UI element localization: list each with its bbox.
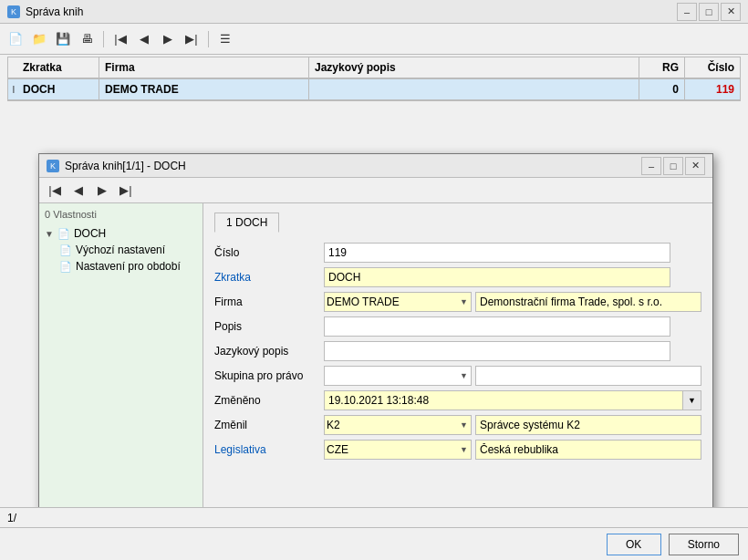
toolbar-prev[interactable]: ◀	[134, 29, 154, 49]
col-header-cislo: Číslo	[685, 57, 740, 78]
modal-toolbar: |◀ ◀ ▶ ▶|	[39, 178, 712, 203]
form-row-skupina: Skupina pro právo ▼	[214, 366, 701, 386]
skupina-extra-input[interactable]	[475, 366, 701, 386]
page-info: 1/	[7, 512, 16, 524]
bottom-bar: OK Storno	[0, 527, 748, 560]
modal-form-panel: 1 DOCH Číslo Zkratka Firma	[203, 203, 712, 507]
toolbar-sep2	[208, 31, 209, 47]
tree-root[interactable]: ▼ 📄 DOCH	[45, 225, 197, 242]
row-cislo: 119	[685, 79, 740, 99]
zmenil-select[interactable]: K2	[324, 415, 472, 435]
cislo-input[interactable]	[324, 243, 670, 263]
skupina-group: ▼	[324, 366, 701, 386]
popis-label: Popis	[214, 320, 324, 333]
modal-minimize[interactable]: –	[641, 157, 661, 175]
row-jazykovy	[309, 79, 639, 99]
modal-close[interactable]: ✕	[685, 157, 705, 175]
row-firma: DEMO TRADE	[99, 79, 309, 99]
tab-bar: 1 DOCH	[214, 213, 701, 232]
toolbar-print[interactable]: 🖶	[77, 29, 97, 49]
toolbar-extra[interactable]: ☰	[215, 29, 235, 49]
tree-doc-icon-2: 📄	[59, 261, 72, 273]
modal-next[interactable]: ▶	[92, 181, 112, 201]
row-zkratka: DOCH	[17, 79, 99, 99]
bottom-ok-button[interactable]: OK	[607, 534, 661, 555]
firma-label: Firma	[214, 296, 324, 308]
zmeneno-dropdown-btn[interactable]: ▼	[683, 390, 701, 410]
form-row-zmenil: Změnil K2 ▼	[214, 415, 701, 435]
modal-maximize[interactable]: □	[663, 157, 683, 175]
firma-select[interactable]: DEMO TRADE	[324, 292, 472, 312]
modal-title: Správa knih[1/1] - DOCH	[65, 160, 186, 172]
zmenil-desc-input[interactable]	[475, 415, 701, 435]
tree-doc-icon-1: 📄	[59, 244, 72, 256]
close-button[interactable]: ✕	[721, 3, 741, 21]
form-row-cislo: Číslo	[214, 243, 701, 263]
tree-folder-icon: 📄	[57, 228, 70, 240]
toolbar-open[interactable]: 📁	[29, 29, 49, 49]
modal-last[interactable]: ▶|	[116, 181, 136, 201]
form-row-legislativa: Legislativa CZE ▼	[214, 440, 701, 460]
toolbar-sep1	[103, 31, 104, 47]
outer-window-title: Správa knih	[26, 5, 83, 18]
toolbar-next[interactable]: ▶	[158, 29, 178, 49]
modal-icon: K	[47, 160, 59, 172]
zmeneno-input[interactable]	[324, 390, 683, 410]
row-rg: 0	[639, 79, 685, 99]
legislativa-group: CZE ▼	[324, 440, 701, 460]
popis-input[interactable]	[324, 316, 670, 337]
cislo-label: Číslo	[214, 246, 324, 259]
tree-child-2-label: Nastavení pro období	[76, 260, 181, 273]
col-header-rg: RG	[639, 57, 685, 78]
toolbar-save[interactable]: 💾	[53, 29, 73, 49]
outer-titlebar-left: K Správa knih	[7, 5, 83, 18]
zkratka-input[interactable]	[324, 267, 670, 287]
minimize-button[interactable]: –	[677, 3, 697, 21]
zmeneno-label: Změněno	[214, 394, 324, 407]
zmeneno-datetime: ▼	[324, 390, 701, 410]
tab-1doch[interactable]: 1 DOCH	[214, 213, 279, 233]
toolbar-new[interactable]: 📄	[5, 29, 26, 49]
modal-titlebar-controls: – □ ✕	[641, 157, 705, 175]
col-header-zkratka: Zkratka	[17, 57, 99, 78]
bottom-storno-button[interactable]: Storno	[669, 534, 739, 555]
jazykovy-label: Jazykový popis	[214, 345, 324, 358]
modal-titlebar-left: K Správa knih[1/1] - DOCH	[47, 160, 186, 172]
col-header-firma: Firma	[99, 57, 309, 78]
maximize-button[interactable]: □	[699, 3, 719, 21]
firma-group: DEMO TRADE ▼	[324, 292, 701, 312]
skupina-select-wrapper: ▼	[324, 366, 472, 386]
tree-child-1[interactable]: 📄 Výchozí nastavení	[45, 242, 197, 258]
modal-prev[interactable]: ◀	[68, 181, 88, 201]
main-table: Zkratka Firma Jazykový popis RG Číslo I …	[7, 57, 741, 101]
legislativa-label: Legislativa	[214, 443, 324, 456]
modal-first[interactable]: |◀	[45, 181, 65, 201]
table-row[interactable]: I DOCH DEMO TRADE 0 119	[8, 79, 740, 100]
firma-select-wrapper: DEMO TRADE ▼	[324, 292, 472, 312]
statusbar: 1/	[0, 507, 748, 527]
firma-desc-input[interactable]	[475, 292, 701, 312]
toolbar-last[interactable]: ▶|	[182, 29, 202, 49]
zmenil-label: Změnil	[214, 419, 324, 431]
skupina-label: Skupina pro právo	[214, 369, 324, 382]
modal-titlebar: K Správa knih[1/1] - DOCH – □ ✕	[39, 154, 712, 178]
app-icon: K	[7, 5, 20, 18]
legislativa-select[interactable]: CZE	[324, 440, 472, 460]
form-row-zkratka: Zkratka	[214, 267, 701, 287]
form-row-firma: Firma DEMO TRADE ▼	[214, 292, 701, 312]
modal-dialog: K Správa knih[1/1] - DOCH – □ ✕ |◀ ◀ ▶ ▶…	[38, 153, 713, 507]
skupina-select[interactable]	[324, 366, 472, 386]
legislativa-select-wrapper: CZE ▼	[324, 440, 472, 460]
toolbar-first[interactable]: |◀	[110, 29, 130, 49]
table-header: Zkratka Firma Jazykový popis RG Číslo	[8, 57, 740, 79]
form-row-popis: Popis	[214, 316, 701, 337]
modal-tree-panel: 0 Vlastnosti ▼ 📄 DOCH 📄 Výchozí nastaven…	[39, 203, 203, 507]
zkratka-label: Zkratka	[214, 271, 324, 284]
legislativa-desc-input[interactable]	[475, 440, 701, 460]
tree-root-label: DOCH	[74, 227, 106, 240]
zmenil-group: K2 ▼	[324, 415, 701, 435]
jazykovy-input[interactable]	[324, 341, 670, 361]
main-toolbar: 📄 📁 💾 🖶 |◀ ◀ ▶ ▶| ☰	[0, 24, 748, 55]
tree-child-2[interactable]: 📄 Nastavení pro období	[45, 258, 197, 275]
col-header-jazykovy: Jazykový popis	[309, 57, 639, 78]
